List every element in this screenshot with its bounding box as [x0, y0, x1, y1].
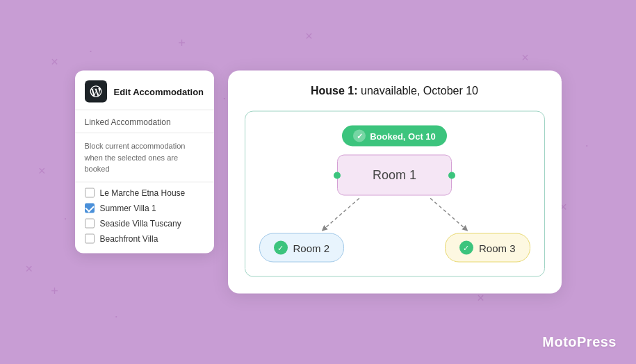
brand-text: MotoPress [542, 334, 617, 350]
wp-logo-svg [89, 85, 103, 99]
room2-check-icon: ✓ [274, 241, 288, 255]
bg-sym-15: · [64, 211, 67, 226]
bg-sym-3: + [178, 36, 186, 51]
diagram-title: House 1: unavailable, October 10 [245, 85, 545, 97]
bg-sym-1: × [51, 55, 58, 69]
diagram-area: ✓ Booked, Oct 10 Room 1 [245, 111, 545, 277]
bg-sym-8: · [585, 138, 589, 153]
room1-wrapper: Room 1 [259, 155, 530, 196]
left-panel: Edit Accommodation Linked Accommodation … [75, 71, 214, 254]
main-wrapper: Edit Accommodation Linked Accommodation … [75, 71, 562, 294]
checkbox-item-3[interactable]: Seaside Villa Tuscany [85, 218, 204, 228]
connection-arrows-svg [259, 195, 530, 236]
checkbox-item-1[interactable]: Le Marche Etna House [85, 188, 204, 197]
checkbox-summer-villa[interactable] [85, 203, 95, 213]
lower-room-row: ✓ Room 2 ✓ Room 3 [259, 233, 530, 263]
panel-description: Block current accommodation when the sel… [75, 133, 214, 183]
checkbox-seaside-villa[interactable] [85, 218, 95, 228]
checkbox-beachfront[interactable] [85, 233, 95, 243]
checkbox-item-4[interactable]: Beachfront Villa [85, 233, 204, 243]
bg-sym-13: · [115, 309, 118, 324]
svg-line-0 [323, 198, 359, 229]
bg-sym-12: + [51, 284, 58, 299]
booked-badge: ✓ Booked, Oct 10 [342, 126, 447, 147]
bg-sym-6: × [521, 51, 529, 65]
accommodation-checkbox-list: Le Marche Etna House Summer Villa 1 Seas… [75, 182, 214, 253]
panel-title: Edit Accommodation [114, 86, 204, 97]
room3-check-icon: ✓ [459, 241, 473, 255]
bg-sym-2: · [89, 44, 92, 58]
bg-sym-16: × [38, 164, 46, 179]
svg-line-1 [430, 198, 466, 229]
checkbox-le-marche[interactable] [85, 188, 95, 197]
bg-sym-5: × [305, 29, 313, 44]
room2-box: ✓ Room 2 [259, 233, 345, 263]
panel-header: Edit Accommodation [75, 71, 214, 110]
wordpress-icon [85, 81, 107, 103]
right-panel: House 1: unavailable, October 10 ✓ Booke… [228, 71, 562, 294]
booked-check-icon: ✓ [353, 130, 366, 142]
diagram-svg-wrapper: Room 1 [259, 155, 530, 263]
room1-box: Room 1 [337, 155, 452, 196]
bg-sym-14: × [26, 262, 33, 276]
checkbox-item-2[interactable]: Summer Villa 1 [85, 203, 204, 213]
linked-accommodation-link[interactable]: Linked Accommodation [75, 110, 214, 133]
room3-box: ✓ Room 3 [445, 233, 530, 263]
